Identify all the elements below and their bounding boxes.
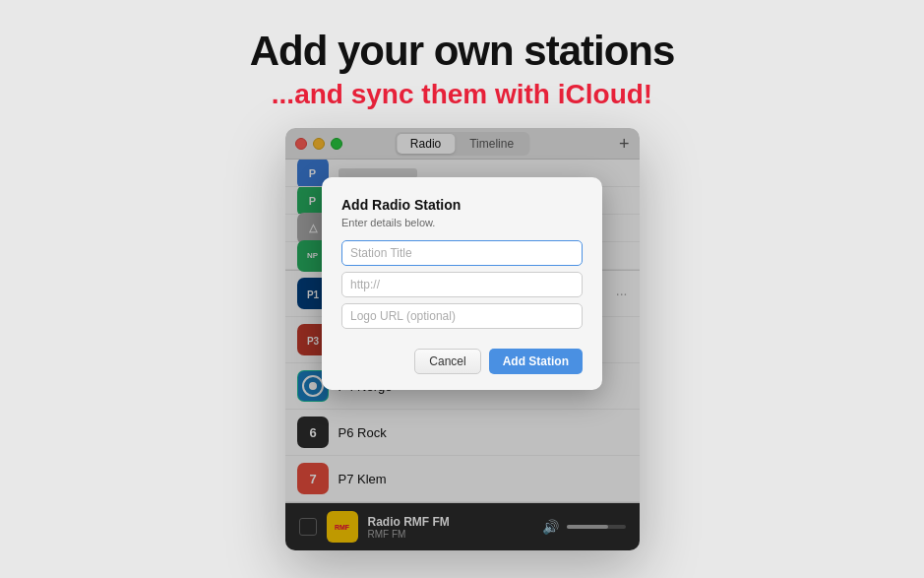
dialog-overlay: Add Radio Station Enter details below. C…: [285, 128, 640, 550]
main-headline: Add your own stations: [250, 28, 675, 75]
station-logo-input[interactable]: [341, 303, 583, 329]
add-station-dialog: Add Radio Station Enter details below. C…: [322, 177, 602, 390]
main-subheadline: ...and sync them with iCloud!: [272, 79, 652, 110]
dialog-title: Add Radio Station: [341, 197, 583, 213]
dialog-buttons: Cancel Add Station: [341, 349, 583, 374]
add-station-confirm-button[interactable]: Add Station: [489, 349, 583, 374]
cancel-button[interactable]: Cancel: [414, 349, 480, 374]
station-title-input[interactable]: [341, 240, 583, 266]
app-window: Radio Timeline + P P △ NP P1 NRK P1: [285, 128, 640, 550]
station-url-input[interactable]: [341, 272, 583, 297]
dialog-subtitle: Enter details below.: [341, 217, 583, 228]
